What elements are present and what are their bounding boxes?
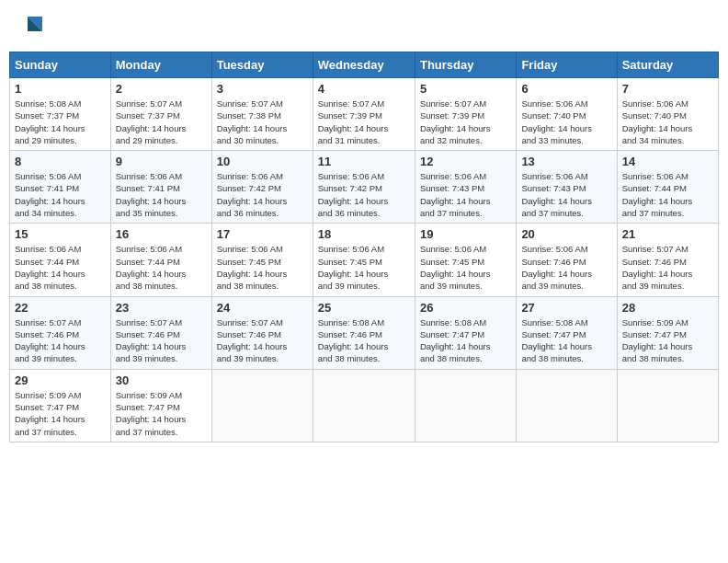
day-info: Sunrise: 5:06 AMSunset: 7:44 PMDaylight:… [15, 243, 106, 292]
calendar-cell: 27 Sunrise: 5:08 AMSunset: 7:47 PMDaylig… [517, 296, 617, 369]
day-info: Sunrise: 5:06 AMSunset: 7:41 PMDaylight:… [116, 170, 207, 219]
calendar-header-sunday: Sunday [10, 52, 111, 78]
calendar-cell: 16 Sunrise: 5:06 AMSunset: 7:44 PMDaylig… [110, 224, 211, 296]
calendar-cell: 20 Sunrise: 5:06 AMSunset: 7:46 PMDaylig… [517, 224, 617, 296]
calendar-header-row: SundayMondayTuesdayWednesdayThursdayFrid… [10, 52, 719, 78]
day-number: 25 [318, 301, 410, 315]
day-number: 14 [622, 155, 713, 168]
calendar-cell: 26 Sunrise: 5:08 AMSunset: 7:47 PMDaylig… [415, 296, 516, 369]
day-info: Sunrise: 5:06 AMSunset: 7:45 PMDaylight:… [420, 243, 511, 292]
day-info: Sunrise: 5:06 AMSunset: 7:44 PMDaylight:… [622, 170, 713, 219]
header [9, 9, 719, 46]
day-info: Sunrise: 5:07 AMSunset: 7:39 PMDaylight:… [318, 98, 410, 146]
calendar-cell [211, 369, 313, 442]
calendar-cell: 28 Sunrise: 5:09 AMSunset: 7:47 PMDaylig… [617, 296, 718, 369]
calendar-header-thursday: Thursday [415, 52, 516, 78]
day-number: 23 [116, 301, 207, 315]
calendar-week-row-2: 8 Sunrise: 5:06 AMSunset: 7:41 PMDayligh… [10, 151, 719, 224]
day-number: 18 [318, 227, 410, 241]
day-info: Sunrise: 5:08 AMSunset: 7:47 PMDaylight:… [420, 316, 511, 365]
calendar-cell: 10 Sunrise: 5:06 AMSunset: 7:42 PMDaylig… [211, 151, 313, 224]
day-number: 22 [15, 301, 106, 315]
day-info: Sunrise: 5:08 AMSunset: 7:46 PMDaylight:… [318, 316, 410, 365]
day-number: 5 [420, 82, 511, 96]
day-number: 1 [15, 82, 106, 96]
day-number: 28 [622, 301, 713, 315]
day-number: 21 [622, 227, 713, 241]
day-info: Sunrise: 5:06 AMSunset: 7:42 PMDaylight:… [318, 170, 410, 219]
day-number: 7 [622, 82, 713, 96]
calendar-cell: 9 Sunrise: 5:06 AMSunset: 7:41 PMDayligh… [110, 151, 211, 224]
day-info: Sunrise: 5:06 AMSunset: 7:43 PMDaylight:… [420, 170, 511, 219]
calendar-cell: 5 Sunrise: 5:07 AMSunset: 7:39 PMDayligh… [415, 78, 516, 151]
day-number: 13 [521, 155, 611, 168]
calendar-cell: 12 Sunrise: 5:06 AMSunset: 7:43 PMDaylig… [415, 151, 516, 224]
calendar-cell: 15 Sunrise: 5:06 AMSunset: 7:44 PMDaylig… [10, 224, 111, 296]
calendar-cell [313, 369, 415, 442]
day-info: Sunrise: 5:08 AMSunset: 7:47 PMDaylight:… [521, 316, 611, 365]
calendar-cell: 18 Sunrise: 5:06 AMSunset: 7:45 PMDaylig… [313, 224, 415, 296]
day-number: 16 [116, 227, 207, 241]
day-info: Sunrise: 5:09 AMSunset: 7:47 PMDaylight:… [116, 389, 207, 438]
calendar-week-row-4: 22 Sunrise: 5:07 AMSunset: 7:46 PMDaylig… [10, 296, 719, 369]
calendar-cell: 23 Sunrise: 5:07 AMSunset: 7:46 PMDaylig… [110, 296, 211, 369]
calendar-cell: 3 Sunrise: 5:07 AMSunset: 7:38 PMDayligh… [211, 78, 313, 151]
day-info: Sunrise: 5:06 AMSunset: 7:43 PMDaylight:… [521, 170, 611, 219]
day-number: 15 [15, 227, 106, 241]
calendar-cell: 6 Sunrise: 5:06 AMSunset: 7:40 PMDayligh… [517, 78, 617, 151]
day-number: 29 [15, 373, 106, 387]
calendar-cell: 4 Sunrise: 5:07 AMSunset: 7:39 PMDayligh… [313, 78, 415, 151]
calendar-cell: 24 Sunrise: 5:07 AMSunset: 7:46 PMDaylig… [211, 296, 313, 369]
day-number: 12 [420, 155, 511, 168]
day-number: 17 [217, 227, 308, 241]
calendar-header-wednesday: Wednesday [313, 52, 415, 78]
day-info: Sunrise: 5:06 AMSunset: 7:41 PMDaylight:… [15, 170, 106, 219]
calendar-cell: 7 Sunrise: 5:06 AMSunset: 7:40 PMDayligh… [617, 78, 718, 151]
calendar-cell: 1 Sunrise: 5:08 AMSunset: 7:37 PMDayligh… [10, 78, 111, 151]
day-info: Sunrise: 5:06 AMSunset: 7:44 PMDaylight:… [116, 243, 207, 292]
calendar-cell [517, 369, 617, 442]
day-info: Sunrise: 5:06 AMSunset: 7:46 PMDaylight:… [521, 243, 611, 292]
day-info: Sunrise: 5:06 AMSunset: 7:45 PMDaylight:… [217, 243, 308, 292]
calendar-header-tuesday: Tuesday [211, 52, 313, 78]
calendar: SundayMondayTuesdayWednesdayThursdayFrid… [9, 52, 719, 442]
day-info: Sunrise: 5:07 AMSunset: 7:37 PMDaylight:… [116, 98, 207, 146]
calendar-cell: 19 Sunrise: 5:06 AMSunset: 7:45 PMDaylig… [415, 224, 516, 296]
day-number: 30 [116, 373, 207, 387]
calendar-cell: 25 Sunrise: 5:08 AMSunset: 7:46 PMDaylig… [313, 296, 415, 369]
calendar-cell: 2 Sunrise: 5:07 AMSunset: 7:37 PMDayligh… [110, 78, 211, 151]
day-number: 26 [420, 301, 511, 315]
day-number: 9 [116, 155, 207, 168]
day-info: Sunrise: 5:06 AMSunset: 7:42 PMDaylight:… [217, 170, 308, 219]
day-info: Sunrise: 5:07 AMSunset: 7:38 PMDaylight:… [217, 98, 308, 146]
day-number: 24 [217, 301, 308, 315]
calendar-header-saturday: Saturday [617, 52, 718, 78]
day-info: Sunrise: 5:06 AMSunset: 7:40 PMDaylight:… [521, 98, 611, 146]
day-number: 10 [217, 155, 308, 168]
calendar-cell: 11 Sunrise: 5:06 AMSunset: 7:42 PMDaylig… [313, 151, 415, 224]
day-number: 11 [318, 155, 410, 168]
day-number: 19 [420, 227, 511, 241]
day-info: Sunrise: 5:06 AMSunset: 7:45 PMDaylight:… [318, 243, 410, 292]
calendar-cell: 29 Sunrise: 5:09 AMSunset: 7:47 PMDaylig… [10, 369, 111, 442]
logo [9, 13, 46, 46]
day-number: 8 [15, 155, 106, 168]
day-number: 3 [217, 82, 308, 96]
day-info: Sunrise: 5:08 AMSunset: 7:37 PMDaylight:… [15, 98, 106, 146]
day-number: 6 [521, 82, 611, 96]
day-info: Sunrise: 5:07 AMSunset: 7:46 PMDaylight:… [15, 316, 106, 365]
day-number: 20 [521, 227, 611, 241]
day-number: 2 [116, 82, 207, 96]
calendar-cell: 13 Sunrise: 5:06 AMSunset: 7:43 PMDaylig… [517, 151, 617, 224]
calendar-cell: 22 Sunrise: 5:07 AMSunset: 7:46 PMDaylig… [10, 296, 111, 369]
calendar-cell: 30 Sunrise: 5:09 AMSunset: 7:47 PMDaylig… [110, 369, 211, 442]
day-info: Sunrise: 5:09 AMSunset: 7:47 PMDaylight:… [15, 389, 106, 438]
day-number: 4 [318, 82, 410, 96]
calendar-week-row-1: 1 Sunrise: 5:08 AMSunset: 7:37 PMDayligh… [10, 78, 719, 151]
day-info: Sunrise: 5:07 AMSunset: 7:39 PMDaylight:… [420, 98, 511, 146]
day-info: Sunrise: 5:07 AMSunset: 7:46 PMDaylight:… [116, 316, 207, 365]
calendar-cell [415, 369, 516, 442]
calendar-header-monday: Monday [110, 52, 211, 78]
calendar-week-row-5: 29 Sunrise: 5:09 AMSunset: 7:47 PMDaylig… [10, 369, 719, 442]
day-info: Sunrise: 5:09 AMSunset: 7:47 PMDaylight:… [622, 316, 713, 365]
